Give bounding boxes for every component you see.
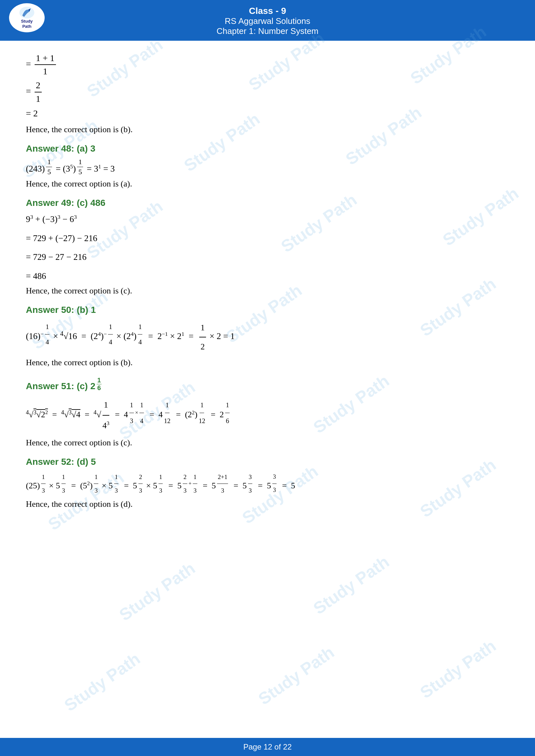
main-content: = 1 + 1 1 = 2 1 = 2 Hence, the correct o…: [0, 41, 535, 563]
answer-52-math: (25)13 × 513 = (52)13 × 513 = 523 × 513 …: [26, 470, 509, 498]
step-fraction-2: = 2 1: [26, 79, 509, 105]
logo-container: StudyPath: [6, 3, 48, 32]
answer-52-label: Answer 52: (d) 5: [26, 457, 509, 467]
step-equals-2: = 2: [26, 106, 509, 121]
answer-52-section: Answer 52: (d) 5 (25)13 × 513 = (52)13 ×…: [26, 457, 509, 509]
logo-text: StudyPath: [21, 19, 33, 29]
answer-49-step2: = 729 + (−27) − 216: [26, 230, 509, 246]
answer-47-end: = 1 + 1 1 = 2 1 = 2 Hence, the correct o…: [26, 52, 509, 134]
answer-49-step1: 93 + (−3)3 − 63: [26, 211, 509, 227]
watermark: Study Path: [116, 558, 199, 625]
header-book: RS Aggarwal Solutions: [0, 16, 535, 26]
answer-49-section: Answer 49: (c) 486 93 + (−3)3 − 63 = 729…: [26, 198, 509, 295]
answer-51-math: 4√3√22 = 4√3√4 = 4√143 = 413×14 = 4112 =…: [26, 395, 509, 436]
answer-48-section: Answer 48: (a) 3 (243)15 = (35)15 = 31 =…: [26, 144, 509, 189]
step-fraction-1plus1: = 1 + 1 1: [26, 52, 509, 78]
logo-icon: [19, 7, 35, 19]
page-number: Page 12 of 22: [243, 742, 292, 751]
watermark: Study Path: [255, 642, 338, 709]
answer-51-label: Answer 51: (c) 216: [26, 377, 509, 392]
conclusion-52: Hence, the correct option is (d).: [26, 500, 509, 509]
conclusion-47: Hence, the correct option is (b).: [26, 125, 509, 134]
answer-49-label: Answer 49: (c) 486: [26, 198, 509, 208]
answer-51-section: Answer 51: (c) 216 4√3√22 = 4√3√4 = 4√14…: [26, 377, 509, 448]
logo-circle: StudyPath: [9, 3, 44, 32]
header-class: Class - 9: [0, 6, 535, 16]
fraction-2-over-1: 2 1: [35, 79, 42, 105]
page-footer: Page 12 of 22: [0, 738, 535, 756]
answer-50-math: (16)−14 × 4√16 = (24)−14 × (24)14 = 2−1 …: [26, 318, 509, 356]
fraction-1plus1-over-1: 1 + 1 1: [35, 52, 56, 78]
watermark: Study Path: [416, 636, 499, 702]
conclusion-50: Hence, the correct option is (b).: [26, 358, 509, 367]
answer-48-math: (243)15 = (35)15 = 31 = 3: [26, 157, 509, 177]
answer-50-section: Answer 50: (b) 1 (16)−14 × 4√16 = (24)−1…: [26, 305, 509, 367]
answer-49-step3: = 729 − 27 − 216: [26, 249, 509, 265]
conclusion-51: Hence, the correct option is (c).: [26, 438, 509, 448]
watermark: Study Path: [61, 649, 144, 715]
answer-49-step4: = 486: [26, 268, 509, 284]
answer-50-label: Answer 50: (b) 1: [26, 305, 509, 315]
header-chapter: Chapter 1: Number System: [0, 26, 535, 36]
page-header: StudyPath Class - 9 RS Aggarwal Solution…: [0, 0, 535, 41]
conclusion-49: Hence, the correct option is (c).: [26, 286, 509, 296]
conclusion-48: Hence, the correct option is (a).: [26, 179, 509, 189]
answer-48-label: Answer 48: (a) 3: [26, 144, 509, 154]
